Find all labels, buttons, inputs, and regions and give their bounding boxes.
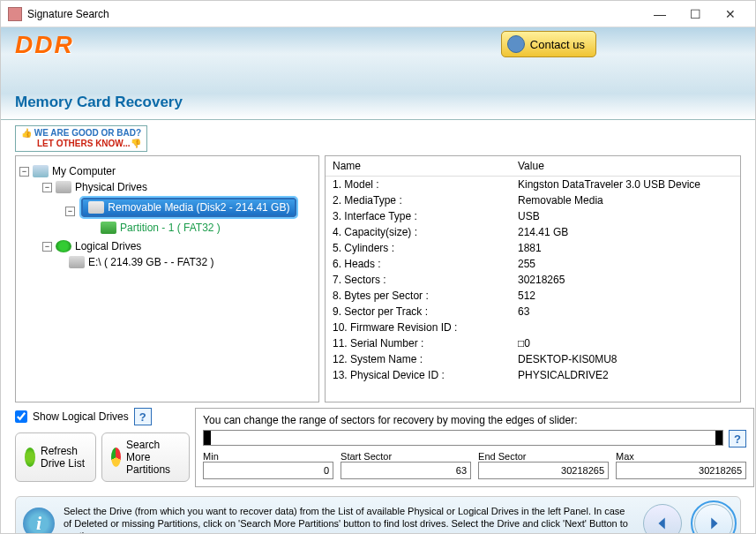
- search-icon: [111, 448, 121, 467]
- detail-value: USB: [518, 210, 540, 222]
- show-logical-label: Show Logical Drives: [33, 410, 129, 423]
- logical-icon: [56, 240, 71, 252]
- search-partitions-button[interactable]: Search More Partitions: [101, 432, 190, 482]
- expand-icon[interactable]: −: [65, 207, 75, 216]
- window-title: Signature Search: [27, 8, 642, 20]
- detail-name: 8. Bytes per Sector :: [333, 290, 518, 302]
- details-row[interactable]: 2. MediaType :Removable Media: [326, 192, 740, 208]
- details-row[interactable]: 5. Cylinders :1881: [326, 240, 740, 256]
- drive-tree-panel: − My Computer − Physical Drives − Remova…: [15, 155, 319, 402]
- tree-node-mycomputer[interactable]: − My Computer: [19, 163, 315, 179]
- detail-value: Kingston DataTraveler 3.0 USB Device: [518, 178, 700, 191]
- slider-panel: You can change the range of sectors for …: [195, 408, 754, 487]
- detail-value: 214.41 GB: [518, 226, 568, 238]
- detail-value: 63: [518, 305, 529, 318]
- slider-handle-right[interactable]: [715, 431, 722, 445]
- expand-icon[interactable]: −: [19, 167, 29, 177]
- header-name: Name: [333, 160, 518, 172]
- minimize-button[interactable]: —: [642, 2, 677, 26]
- tree-label: My Computer: [52, 165, 116, 177]
- start-label: Start Sector: [341, 451, 471, 462]
- help-icon[interactable]: ?: [729, 430, 746, 448]
- tree-node-removable-selected[interactable]: Removable Media (Disk2 - 214.41 GB): [81, 198, 296, 217]
- min-label: Min: [203, 451, 333, 462]
- details-row[interactable]: 11. Serial Number :□0: [326, 335, 740, 351]
- detail-value: PHYSICALDRIVE2: [518, 369, 609, 381]
- slider-instruction: You can change the range of sectors for …: [203, 414, 746, 426]
- subtitle-bar: Memory Card Recovery: [1, 94, 755, 120]
- details-row[interactable]: 3. Interface Type :USB: [326, 208, 740, 224]
- search-label: Search More Partitions: [126, 439, 180, 476]
- app-icon: [8, 7, 22, 21]
- feedback-line1: WE ARE GOOD OR BAD?: [34, 128, 141, 138]
- expand-icon[interactable]: −: [42, 242, 52, 252]
- details-row[interactable]: 8. Bytes per Sector :512: [326, 288, 740, 304]
- tree-node-drive-e[interactable]: E:\ ( 214.39 GB - - FAT32 ): [19, 254, 315, 270]
- back-button[interactable]: [643, 504, 682, 534]
- detail-value: □0: [518, 337, 530, 350]
- tree-label: Removable Media (Disk2 - 214.41 GB): [108, 201, 289, 214]
- next-button[interactable]: [694, 504, 733, 534]
- feedback-line2: LET OTHERS KNOW...: [37, 139, 131, 148]
- tree-node-logical[interactable]: − Logical Drives: [19, 238, 315, 254]
- detail-name: 6. Heads :: [333, 258, 518, 270]
- detail-name: 7. Sectors :: [333, 274, 518, 286]
- start-sector-input[interactable]: [341, 462, 471, 479]
- details-header: Name Value: [326, 156, 740, 177]
- detail-name: 13. Physical Device ID :: [333, 369, 518, 381]
- tree-label: E:\ ( 214.39 GB - - FAT32 ): [88, 256, 214, 268]
- header-value: Value: [518, 160, 544, 172]
- title-bar: Signature Search — ☐ ✕: [1, 1, 755, 27]
- detail-name: 11. Serial Number :: [333, 337, 518, 350]
- drive-icon: [69, 256, 85, 268]
- footer: i Select the Drive (from which you want …: [15, 496, 741, 534]
- refresh-icon: [25, 448, 35, 467]
- tree-label: Logical Drives: [75, 240, 141, 252]
- feedback-button[interactable]: 👍 WE ARE GOOD OR BAD? LET OTHERS KNOW...…: [15, 125, 147, 152]
- contact-label: Contact us: [530, 38, 585, 51]
- show-logical-checkbox[interactable]: [15, 410, 27, 423]
- details-row[interactable]: 9. Sector per Track :63: [326, 304, 740, 320]
- details-row[interactable]: 4. Capacity(size) :214.41 GB: [326, 224, 740, 240]
- detail-name: 1. Model :: [333, 178, 518, 191]
- detail-value: DESKTOP-KIS0MU8: [518, 353, 617, 365]
- subtitle: Memory Card Recovery: [15, 94, 741, 111]
- tree-node-physical[interactable]: − Physical Drives: [19, 179, 315, 195]
- removable-icon: [88, 201, 104, 214]
- tree-label: Partition - 1 ( FAT32 ): [120, 222, 221, 234]
- tree-label: Physical Drives: [75, 181, 147, 193]
- watermark: FlashDriveRecoverySoftware.com: [281, 530, 495, 534]
- tree-node-removable-row: − Removable Media (Disk2 - 214.41 GB): [19, 195, 315, 220]
- detail-name: 9. Sector per Track :: [333, 305, 518, 318]
- max-input: [616, 462, 746, 479]
- end-label: End Sector: [478, 451, 609, 462]
- sector-slider[interactable]: [203, 430, 723, 446]
- detail-name: 10. Firmware Revision ID :: [333, 321, 518, 334]
- contact-icon: [507, 35, 525, 53]
- footer-text: Select the Drive (from which you want to…: [64, 505, 631, 534]
- drive-icon: [56, 181, 71, 193]
- detail-value: 30218265: [518, 274, 565, 286]
- detail-name: 5. Cylinders :: [333, 242, 518, 254]
- max-label: Max: [616, 451, 746, 462]
- partition-icon: [101, 222, 116, 234]
- details-row[interactable]: 13. Physical Device ID :PHYSICALDRIVE2: [326, 367, 740, 383]
- expand-icon[interactable]: −: [42, 183, 52, 192]
- details-row[interactable]: 6. Heads :255: [326, 256, 740, 272]
- details-row[interactable]: 10. Firmware Revision ID :: [326, 320, 740, 335]
- detail-value: Removable Media: [518, 194, 603, 207]
- close-button[interactable]: ✕: [713, 2, 748, 26]
- contact-us-button[interactable]: Contact us: [501, 31, 596, 57]
- info-icon: i: [23, 508, 55, 534]
- detail-value: 512: [518, 290, 535, 302]
- detail-name: 2. MediaType :: [333, 194, 518, 207]
- details-row[interactable]: 12. System Name :DESKTOP-KIS0MU8: [326, 351, 740, 367]
- help-icon[interactable]: ?: [134, 408, 152, 425]
- refresh-button[interactable]: Refresh Drive List: [15, 432, 96, 482]
- details-row[interactable]: 1. Model :Kingston DataTraveler 3.0 USB …: [326, 177, 740, 192]
- end-sector-input[interactable]: [478, 462, 609, 479]
- tree-node-partition[interactable]: Partition - 1 ( FAT32 ): [19, 220, 315, 236]
- slider-handle-left[interactable]: [204, 431, 211, 445]
- maximize-button[interactable]: ☐: [677, 2, 713, 26]
- details-row[interactable]: 7. Sectors :30218265: [326, 272, 740, 288]
